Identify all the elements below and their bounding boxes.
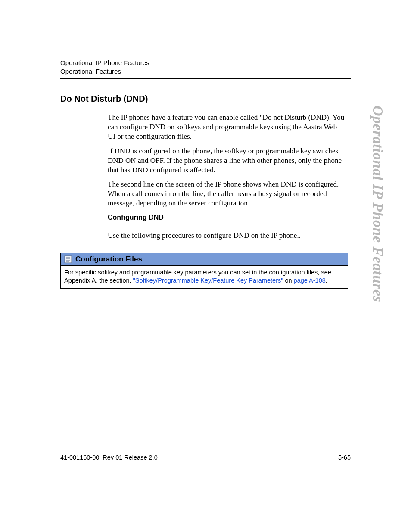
header-line-2: Operational Features — [60, 67, 351, 76]
footer-rule — [60, 450, 351, 450]
section-heading: Do Not Disturb (DND) — [60, 94, 148, 104]
document-icon — [64, 255, 72, 263]
config-files-titlebar: Configuration Files — [61, 253, 348, 266]
config-files-body: For specific softkey and programmable ke… — [61, 266, 348, 288]
footer-page-number: 5-65 — [338, 454, 351, 461]
config-link-page[interactable]: page A-108 — [294, 277, 326, 284]
paragraph-1: The IP phones have a feature you can ena… — [108, 113, 346, 141]
svg-rect-0 — [65, 256, 72, 263]
paragraph-4: Use the following procedures to configur… — [108, 231, 346, 240]
running-header: Operational IP Phone Features Operationa… — [60, 59, 351, 76]
header-line-1: Operational IP Phone Features — [60, 59, 351, 67]
sub-heading: Configuring DND — [108, 214, 164, 221]
config-link-parameters[interactable]: "Softkey/Programmable Key/Feature Key Pa… — [133, 277, 283, 284]
page: Operational IP Phone Features Operationa… — [0, 0, 411, 532]
config-files-title: Configuration Files — [75, 255, 142, 264]
config-files-box: Configuration Files For specific softkey… — [60, 253, 348, 289]
paragraph-2: If DND is configured on the phone, the s… — [108, 146, 346, 174]
side-tab-label: Operational IP Phone Features — [370, 106, 386, 302]
config-body-mid: on — [283, 277, 293, 284]
header-rule — [60, 78, 351, 79]
config-body-post: . — [326, 277, 327, 284]
footer-left: 41-001160-00, Rev 01 Release 2.0 — [60, 454, 158, 461]
paragraph-3: The second line on the screen of the IP … — [108, 180, 346, 208]
